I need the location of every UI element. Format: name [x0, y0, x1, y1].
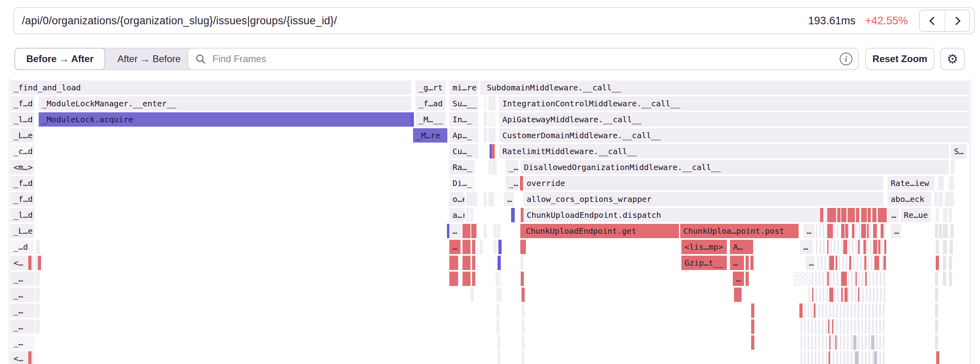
flame-frame-red-stripe[interactable]: [832, 319, 833, 334]
flame-frame-sliver[interactable]: [936, 351, 939, 364]
flame-frame[interactable]: abo…eck: [888, 192, 931, 206]
flame-frame-sliver[interactable]: [484, 96, 487, 111]
flame-frame-sliver[interactable]: [945, 192, 954, 206]
flame-frame-sliver[interactable]: [462, 256, 470, 270]
flame-frame[interactable]: …: [504, 192, 514, 206]
flame-frame-sliver[interactable]: [494, 224, 497, 238]
flame-frame-sliver[interactable]: [470, 208, 473, 222]
flame-frame[interactable]: IntegrationControlMiddleware.__call__: [499, 96, 969, 111]
flame-frame-sliver[interactable]: [411, 112, 414, 127]
flame-frame[interactable]: ChunkUploadEndpoint.get: [523, 224, 679, 238]
flame-frame-sliver[interactable]: [488, 128, 496, 143]
flame-frame-sliver[interactable]: [473, 224, 476, 238]
flame-frame-sliver[interactable]: [520, 256, 523, 270]
flame-frame-sliver[interactable]: [521, 335, 525, 350]
flame-frame[interactable]: _…: [10, 319, 34, 334]
flame-frame-sliver[interactable]: [521, 272, 524, 286]
flame-frame-sliver[interactable]: [949, 272, 952, 286]
flame-frame-sliver[interactable]: [837, 208, 840, 222]
flame-frame[interactable]: ChunkUploa…point.post: [680, 224, 799, 238]
flame-frame-sliver[interactable]: [751, 335, 754, 350]
flame-frame[interactable]: _f…d: [10, 96, 34, 111]
flame-frame[interactable]: _l…d: [10, 208, 34, 222]
flame-frame-sliver[interactable]: [521, 351, 525, 364]
flame-frame[interactable]: Gzip…t__: [681, 256, 727, 270]
flame-frame-sliver[interactable]: [494, 240, 497, 254]
flame-frame-red-stripe[interactable]: [829, 288, 833, 302]
flame-frame-sliver[interactable]: [936, 256, 939, 270]
flame-frame-sliver[interactable]: [861, 208, 867, 222]
flame-frame[interactable]: _l…d: [10, 112, 34, 127]
flame-frame-sliver[interactable]: [521, 288, 525, 302]
flame-frame-red-stripe[interactable]: [845, 224, 848, 238]
flame-frame-sliver[interactable]: [35, 303, 40, 318]
flame-frame[interactable]: _find_and_load: [10, 80, 411, 95]
flame-frame-sliver[interactable]: [484, 224, 487, 238]
flame-frame-red-stripe[interactable]: [861, 224, 866, 238]
flame-frame-sliver[interactable]: [949, 208, 952, 222]
flame-frame-sliver[interactable]: [484, 128, 487, 143]
flame-frame-sliver[interactable]: [871, 335, 874, 350]
flame-frame-sliver[interactable]: [850, 208, 855, 222]
flame-frame-red-stripe[interactable]: [881, 224, 884, 238]
flame-frame-sliver[interactable]: [939, 224, 942, 238]
flame-frame-sliver[interactable]: [492, 160, 497, 174]
flame-frame-sliver[interactable]: [935, 319, 938, 334]
flame-frame[interactable]: <lis…mp>: [681, 240, 727, 254]
flame-frame-sliver[interactable]: [751, 319, 754, 334]
flame-stripe-band[interactable]: [801, 351, 886, 364]
flame-frame-sliver[interactable]: [470, 288, 474, 302]
flame-frame-red-stripe[interactable]: [856, 272, 857, 286]
flame-frame-sliver[interactable]: [874, 351, 877, 364]
flame-frame-sliver[interactable]: [949, 176, 954, 190]
flame-frame-sliver[interactable]: [793, 272, 811, 286]
flame-frame[interactable]: SubdomainMiddleware.__call__: [484, 80, 969, 95]
flame-frame-sliver[interactable]: [498, 288, 502, 302]
flame-frame-red-stripe[interactable]: [884, 240, 886, 254]
flame-stripe-band[interactable]: [817, 256, 886, 270]
flame-frame[interactable]: <m…>: [10, 160, 34, 174]
flame-frame[interactable]: …: [730, 256, 744, 270]
flame-frame-sliver[interactable]: [868, 208, 871, 222]
flame-frame-sliver[interactable]: [35, 288, 40, 302]
flame-frame-sliver[interactable]: [943, 256, 946, 270]
flame-frame-red-stripe[interactable]: [841, 272, 847, 286]
flame-frame[interactable]: …: [449, 224, 461, 238]
flame-frame[interactable]: _L…e: [10, 128, 34, 143]
flame-frame-sliver[interactable]: [856, 208, 859, 222]
flame-frame-sliver[interactable]: [492, 144, 495, 159]
flame-frame-sliver[interactable]: [520, 176, 523, 190]
flame-frame-sliver[interactable]: [943, 272, 946, 286]
flame-frame[interactable]: _M…__: [415, 112, 446, 127]
flame-frame[interactable]: _…: [10, 335, 34, 350]
flame-frame-sliver[interactable]: [498, 272, 502, 286]
flame-stripe-band[interactable]: [801, 303, 886, 318]
flame-frame-sliver[interactable]: [935, 303, 938, 318]
flame-frame[interactable]: o…e: [449, 192, 464, 206]
flame-frame-sliver[interactable]: [488, 192, 494, 206]
flame-frame[interactable]: _…: [10, 272, 34, 286]
flame-frame-sliver[interactable]: [872, 208, 876, 222]
flame-frame-sliver[interactable]: [472, 240, 475, 254]
flame-frame-red-stripe[interactable]: [873, 240, 877, 254]
flame-frame[interactable]: Su…__: [449, 96, 478, 111]
flame-frame[interactable]: Re…ue: [901, 208, 931, 222]
flame-frame-sliver[interactable]: [734, 288, 742, 302]
flame-frame-sliver[interactable]: [498, 240, 502, 254]
flame-frame[interactable]: _…: [506, 176, 518, 190]
flame-frame-red-stripe[interactable]: [836, 256, 837, 270]
flame-frame-sliver[interactable]: [472, 256, 475, 270]
flame-frame[interactable]: …: [888, 208, 899, 222]
flame-frame-sliver[interactable]: [830, 208, 836, 222]
flamegraph-canvas[interactable]: _find_and_load_g…rtmi…reSubdomainMiddlew…: [0, 0, 980, 364]
flame-frame-sliver[interactable]: [497, 224, 500, 238]
flame-frame[interactable]: _f…d: [10, 192, 34, 206]
flame-frame-red-stripe[interactable]: [844, 288, 848, 302]
flame-frame-sliver[interactable]: [950, 224, 954, 238]
flame-frame-sliver[interactable]: [820, 208, 823, 222]
flame-frame-sliver[interactable]: [746, 272, 749, 286]
flame-frame[interactable]: _…: [506, 160, 518, 174]
flame-stripe-band[interactable]: [816, 240, 886, 254]
flame-frame-sliver[interactable]: [488, 160, 492, 174]
flame-frame-red-stripe[interactable]: [827, 272, 829, 286]
